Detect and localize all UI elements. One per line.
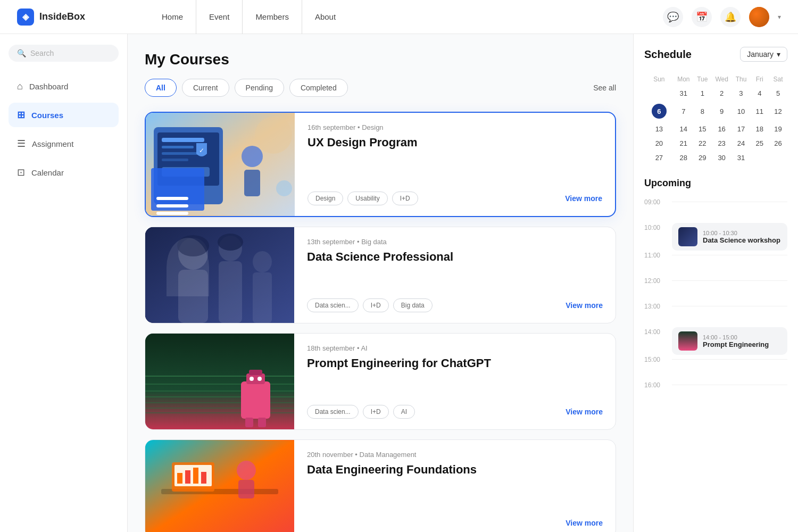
filter-completed[interactable]: Completed [289,79,348,97]
svg-rect-33 [249,370,262,375]
time-divider [672,202,787,202]
course-info-ai: 18th september • AI Prompt Engineering f… [294,334,616,429]
logo[interactable]: ◈ InsideBox [17,9,145,26]
svg-rect-6 [162,159,188,161]
course-thumb-de [145,440,294,532]
ds-illustration [145,227,294,323]
time-label: 09:00 [644,197,666,206]
cal-cell[interactable]: 10 [732,101,751,122]
tag-design: Design [307,192,343,205]
cal-cell[interactable]: 6 [644,101,674,122]
cal-cell[interactable]: 31 [732,151,751,165]
month-chevron: ▾ [777,50,780,59]
course-name-de: Data Engineering Foundations [307,463,603,477]
tag-usability: Usability [347,192,387,205]
course-meta-de: 20th november • Data Management [307,451,603,459]
cal-cell[interactable]: 25 [750,136,769,151]
cal-cell[interactable]: 12 [769,101,787,122]
cal-cell[interactable]: 1 [693,86,712,101]
cal-cell[interactable]: 11 [750,101,769,122]
event-info: 14:00 - 15:00Prompt Engineering [703,334,781,348]
schedule-title: Schedule [644,48,692,61]
view-more-ai[interactable]: View more [566,408,603,416]
main-layout: 🔍 Search ⌂ Dashboard ⊞ Courses ☰ Assignm… [0,34,798,532]
cal-cell[interactable]: 17 [732,122,751,136]
svg-point-21 [177,235,209,256]
filter-all[interactable]: All [145,79,177,97]
nav-about[interactable]: About [302,0,348,34]
cal-cell[interactable]: 4 [750,86,769,101]
cal-cell[interactable]: 26 [769,136,787,151]
svg-rect-20 [253,272,272,323]
sidebar-label-dashboard: Dashboard [29,82,68,91]
cal-cell[interactable]: 24 [732,136,751,151]
cal-cell[interactable]: 9 [712,101,732,122]
page-title: My Courses [145,51,616,68]
nav-members[interactable]: Members [243,0,302,34]
app-name: InsideBox [39,11,85,22]
cal-cell[interactable]: 19 [769,122,787,136]
svg-rect-45 [201,472,206,484]
time-row: 15:00 [644,355,787,380]
filter-pending[interactable]: Pending [235,79,284,97]
cal-cell[interactable]: 28 [674,151,693,165]
ai-illustration [145,334,294,429]
cal-cell[interactable]: 15 [693,122,712,136]
cal-cell[interactable]: 8 [693,101,712,122]
cal-cell[interactable]: 31 [674,86,693,101]
avatar[interactable] [749,7,769,27]
cal-cell[interactable]: 5 [769,86,787,101]
sidebar-item-calendar[interactable]: ⊡ Calendar [9,160,119,185]
course-card-ux: ✓ 16th september • Design UX Design [145,112,616,217]
svg-point-12 [276,180,292,196]
notifications-icon-button[interactable]: 🔔 [720,7,741,27]
time-row: 10:0010:00 - 10:30Data Science workshop [644,223,787,251]
logo-icon: ◈ [17,9,34,26]
view-more-de[interactable]: View more [566,519,603,527]
sidebar: 🔍 Search ⌂ Dashboard ⊞ Courses ☰ Assignm… [0,34,128,532]
cal-cell[interactable]: 13 [644,122,674,136]
sidebar-item-dashboard[interactable]: ⌂ Dashboard [9,74,119,98]
event-card[interactable]: 10:00 - 10:30Data Science workshop [672,223,787,251]
tag-ds-2: I+D [363,298,389,312]
cal-cell[interactable]: 21 [674,136,693,151]
avatar-dropdown-chevron[interactable]: ▾ [778,13,781,21]
nav-event[interactable]: Event [196,0,243,34]
search-box[interactable]: 🔍 Search [9,45,119,62]
cal-cell[interactable]: 2 [712,86,732,101]
cal-cell[interactable]: 29 [693,151,712,165]
course-info-ux: 16th september • Design UX Design Progra… [295,113,615,216]
cal-cell[interactable]: 22 [693,136,712,151]
cal-cell[interactable]: 14 [674,122,693,136]
schedule-panel: Schedule January ▾ Sun Mon Tue Wed Thu F… [633,34,798,532]
event-time: 14:00 - 15:00 [703,334,781,340]
course-name-ai: Prompt Engineering for ChatGPT [307,356,603,370]
cal-cell[interactable]: 23 [712,136,732,151]
schedule-header: Schedule January ▾ [644,47,787,62]
cal-cell[interactable]: 18 [750,122,769,136]
event-thumb-image [678,227,697,246]
today-indicator: 6 [652,104,667,119]
course-tags-ai: Data scien... I+D AI View more [307,405,603,419]
see-all-link[interactable]: See all [593,84,616,92]
cal-cell[interactable]: 30 [712,151,732,165]
filter-current[interactable]: Current [182,79,229,97]
chat-icon-button[interactable]: 💬 [663,7,683,27]
tag-ds-1: Data scien... [307,298,359,312]
calendar-icon-button[interactable]: 📅 [692,7,712,27]
month-selector[interactable]: January ▾ [740,47,787,62]
cal-cell[interactable]: 3 [732,86,751,101]
calendar-icon: ⊡ [17,167,25,178]
svg-rect-37 [258,418,266,427]
view-more-ux[interactable]: View more [565,194,602,203]
cal-cell[interactable]: 16 [712,122,732,136]
sidebar-item-courses[interactable]: ⊞ Courses [9,103,119,127]
cal-cell[interactable]: 7 [674,101,693,122]
sidebar-item-assignment[interactable]: ☰ Assignment [9,131,119,156]
nav-home[interactable]: Home [162,0,196,34]
event-card[interactable]: 14:00 - 15:00Prompt Engineering [672,327,787,355]
cal-cell[interactable]: 27 [644,151,674,165]
cal-cell[interactable]: 20 [644,136,674,151]
filter-tabs: All Current Pending Completed See all [145,79,616,97]
view-more-ds[interactable]: View more [566,301,603,310]
